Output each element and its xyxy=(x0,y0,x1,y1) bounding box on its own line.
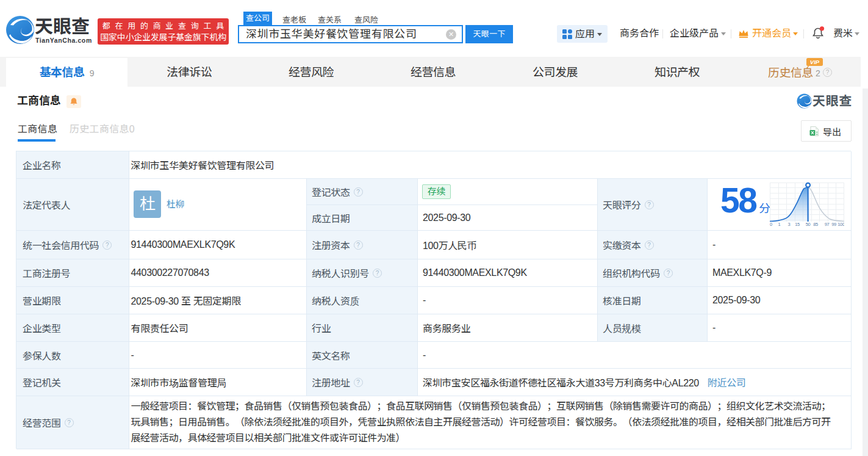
svg-text:1: 1 xyxy=(778,222,781,227)
svg-text:99: 99 xyxy=(831,222,836,227)
svg-text:85: 85 xyxy=(813,222,818,227)
svg-text:100: 100 xyxy=(838,222,844,227)
svg-text:15: 15 xyxy=(795,222,800,227)
svg-text:0: 0 xyxy=(770,222,772,227)
svg-text:3: 3 xyxy=(788,222,791,227)
svg-text:97: 97 xyxy=(825,222,830,227)
svg-text:50: 50 xyxy=(806,222,811,227)
